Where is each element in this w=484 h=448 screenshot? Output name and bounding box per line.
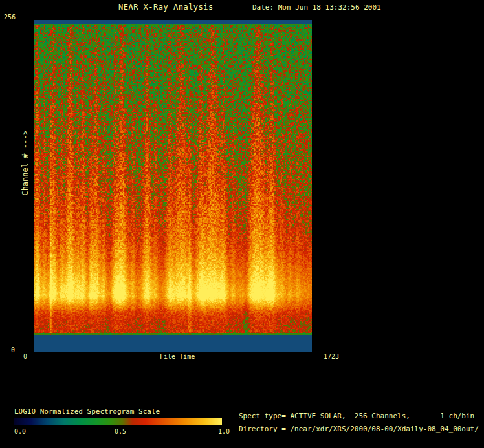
spect-type-label: Spect type= ACTIVE SOLAR, 256 Channels, …	[239, 412, 474, 420]
x-axis-max-tick: 1723	[324, 353, 339, 360]
colorbar-title: LOG10 Normalized Spectrogram Scale	[14, 407, 160, 416]
colorbar-tick-max: 1.0	[218, 428, 230, 435]
y-axis-max-tick: 256	[4, 14, 16, 21]
colorbar-tick-mid: 0.5	[115, 428, 126, 435]
y-axis-min-tick: 0	[11, 347, 15, 354]
date-label: Date: Mon Jun 18 13:32:56 2001	[252, 3, 381, 12]
near-xray-analysis-window: NEAR X-Ray Analysis Date: Mon Jun 18 13:…	[0, 0, 484, 448]
x-axis-min-tick: 0	[23, 353, 27, 360]
spectrogram-image	[34, 20, 312, 352]
colorbar-gradient	[14, 418, 222, 425]
x-axis-label: File Time	[160, 353, 195, 360]
page-title: NEAR X-Ray Analysis	[118, 3, 214, 12]
y-axis-label: Channel # --->	[21, 130, 30, 195]
colorbar-tick-min: 0.0	[14, 428, 26, 435]
colorbar-ticks: 0.0 0.5 1.0	[14, 428, 234, 437]
directory-label: Directory = /near/xdr/XRS/2000/08-00/Xda…	[239, 425, 479, 433]
